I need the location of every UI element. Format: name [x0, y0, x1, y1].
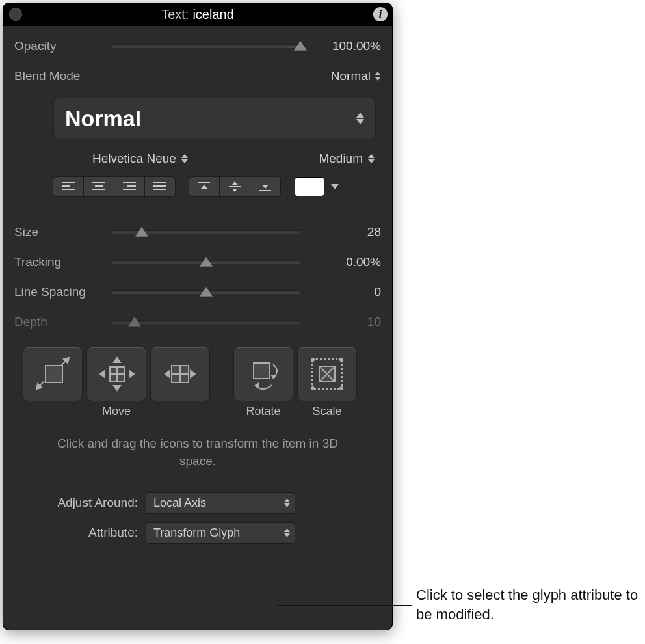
titlebar: Text: iceland i [3, 3, 393, 26]
tracking-slider[interactable] [112, 254, 300, 270]
move-group-label: Move [102, 405, 131, 418]
adjust-around-label: Adjust Around: [23, 496, 138, 510]
font-weight-select[interactable]: Medium [319, 152, 375, 166]
opacity-slider[interactable] [112, 38, 300, 54]
text-hud-panel: Text: iceland i Opacity 100.00% Blend Mo… [3, 3, 393, 630]
attribute-value: Transform Glyph [153, 526, 240, 540]
horizontal-align-group [53, 177, 175, 196]
font-family-select[interactable]: Helvetica Neue [92, 152, 188, 166]
stepper-icon [284, 498, 290, 507]
alignment-row [14, 172, 381, 202]
blend-mode-row: Blend Mode Normal [14, 61, 381, 91]
stepper-icon [368, 154, 375, 163]
callout-leader [278, 605, 412, 606]
stepper-icon[interactable] [375, 72, 381, 81]
valign-bottom-button[interactable] [250, 177, 280, 196]
font-family-value: Helvetica Neue [92, 152, 176, 166]
stepper-icon [181, 154, 188, 163]
line-spacing-label: Line Spacing [14, 285, 112, 299]
tracking-label: Tracking [14, 255, 112, 269]
move-z-tool[interactable] [151, 347, 209, 401]
callout-text: Click to select the glyph attribute to b… [416, 585, 644, 624]
adjust-around-row: Adjust Around: Local Axis [23, 488, 372, 518]
transform-hint: Click and drag the icons to transform th… [14, 423, 381, 476]
size-value[interactable]: 28 [309, 225, 381, 239]
vertical-align-group [189, 177, 280, 196]
info-icon[interactable]: i [373, 7, 388, 21]
scale-tool[interactable] [298, 347, 356, 401]
transform-tools: Move [14, 337, 381, 423]
depth-slider [112, 314, 300, 330]
size-label: Size [14, 225, 112, 239]
align-right-button[interactable] [114, 177, 145, 196]
text-style-value: Normal [65, 106, 141, 131]
text-style-select[interactable]: Normal [53, 98, 376, 139]
rotate-tool[interactable] [234, 347, 293, 401]
align-center-button[interactable] [84, 177, 114, 196]
blend-mode-label: Blend Mode [14, 69, 112, 83]
opacity-label: Opacity [14, 39, 112, 53]
size-row: Size 28 [14, 217, 381, 247]
depth-label: Depth [14, 315, 112, 329]
stepper-icon [284, 528, 290, 537]
line-spacing-value[interactable]: 0 [309, 285, 381, 299]
attribute-select[interactable]: Transform Glyph [146, 522, 295, 544]
tracking-row: Tracking 0.00% [14, 247, 381, 277]
opacity-value[interactable]: 100.00% [309, 39, 381, 53]
align-justify-button[interactable] [145, 177, 175, 196]
align-left-button[interactable] [53, 177, 84, 196]
adjust-around-select[interactable]: Local Axis [146, 492, 295, 514]
move-xyz-tool[interactable] [87, 347, 146, 401]
attribute-label: Attribute: [23, 526, 138, 540]
scale-label: Scale [312, 405, 341, 418]
blend-mode-select[interactable]: Normal [331, 69, 371, 83]
line-spacing-slider[interactable] [112, 284, 300, 300]
title-prefix: Text: [161, 7, 189, 22]
depth-value: 10 [309, 315, 381, 329]
rotate-label: Rotate [246, 405, 280, 418]
font-row: Helvetica Neue Medium [14, 146, 381, 172]
font-weight-value: Medium [319, 152, 363, 166]
svg-rect-22 [254, 363, 269, 379]
line-spacing-row: Line Spacing 0 [14, 277, 381, 307]
valign-top-button[interactable] [189, 177, 220, 196]
move-xy-tool[interactable] [23, 347, 82, 401]
tracking-value[interactable]: 0.00% [309, 255, 381, 269]
opacity-row: Opacity 100.00% [14, 31, 381, 61]
depth-row: Depth 10 [14, 307, 381, 337]
color-popup-chevron-icon[interactable] [331, 184, 339, 189]
title-layer-name: iceland [192, 7, 233, 22]
stepper-icon [356, 113, 364, 124]
adjust-around-value: Local Axis [153, 496, 206, 510]
valign-middle-button[interactable] [220, 177, 250, 196]
close-window-button[interactable] [9, 8, 22, 21]
text-color-swatch[interactable] [295, 177, 324, 196]
svg-rect-15 [46, 366, 62, 382]
size-slider[interactable] [112, 224, 300, 240]
attribute-row: Attribute: Transform Glyph [23, 518, 372, 548]
